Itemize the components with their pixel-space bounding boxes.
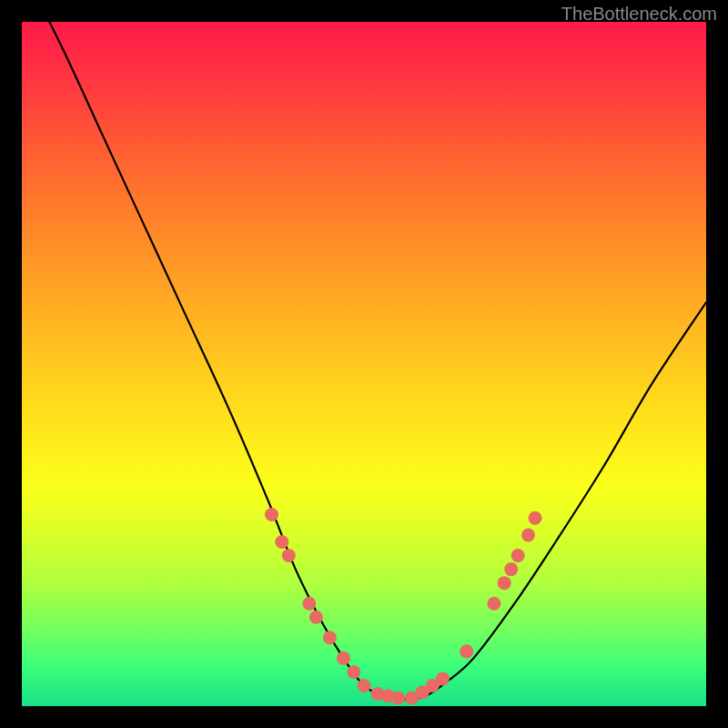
watermark-text: TheBottleneck.com bbox=[561, 4, 717, 25]
curve-line bbox=[22, 22, 706, 699]
marker-dot bbox=[302, 597, 316, 611]
marker-dot bbox=[529, 511, 542, 525]
marker-dot bbox=[337, 652, 350, 665]
marker-dot bbox=[521, 529, 535, 542]
marker-dot bbox=[511, 549, 525, 562]
marker-dot bbox=[358, 679, 371, 693]
marker-dot bbox=[504, 562, 518, 576]
marker-dot bbox=[347, 665, 360, 679]
plot-area bbox=[22, 22, 706, 706]
marker-dot bbox=[323, 631, 337, 644]
marker-dot bbox=[436, 672, 450, 685]
marker-dot bbox=[391, 691, 405, 704]
marker-dot bbox=[309, 611, 323, 624]
marker-dot bbox=[460, 644, 473, 658]
marker-dot bbox=[487, 597, 500, 611]
marker-dot bbox=[282, 549, 296, 562]
marker-dot bbox=[498, 576, 511, 590]
chart-svg bbox=[22, 22, 706, 706]
marker-dot bbox=[275, 535, 288, 549]
marker-dots bbox=[265, 508, 542, 705]
marker-dot bbox=[265, 508, 278, 521]
